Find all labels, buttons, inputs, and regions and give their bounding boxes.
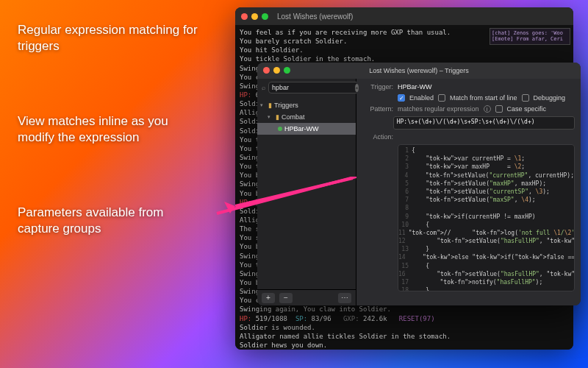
code-line: 2 "tok-kw">var currentHP = \1; [398,155,574,163]
chat-line: [chat] Zenos goes: 'Woo [492,30,568,36]
terminal-line: You hit Soldier. [240,46,569,54]
close-icon[interactable] [241,13,248,20]
disclosure-icon[interactable]: ▾ [268,114,273,120]
triggers-sidebar: ⌕ × ▾ ▮ Triggers ▾ ▮ Combat HPBar-WW [257,79,356,305]
caption-1: Regular expression matching for triggers [18,22,201,54]
code-line: 9 "tok-kw">if(currentHP != maxHP) [398,213,574,221]
search-icon: ⌕ [262,84,265,91]
tree-root-label: Triggers [274,102,298,109]
code-line: 15 { [398,262,574,270]
code-line: 5 "tok-fn">setValue("maxHP", maxHP); [398,180,574,188]
code-line: 16 "tok-fn">setValue("hasFullHP", "tok-k… [398,270,574,278]
info-icon[interactable]: i [484,105,491,113]
trigger-name-label: Trigger: [362,83,393,91]
code-line: 1{ [398,146,574,155]
main-window-titlebar[interactable]: Lost Wishes (werewolf) [235,7,573,25]
match-start-checkbox[interactable] [438,94,445,102]
tree-group[interactable]: ▾ ▮ Combat [257,111,356,123]
debugging-checkbox[interactable] [522,94,529,102]
folder-icon: ▮ [268,102,272,109]
pattern-label: Pattern: [362,105,393,113]
code-line: 10 { [398,221,574,229]
sidebar-bottombar: + − ⋯ [257,289,356,305]
traffic-lights[interactable] [263,67,290,74]
traffic-lights[interactable] [241,13,268,20]
triggers-titlebar[interactable]: Lost Wishes (werewolf) – Triggers [257,63,581,79]
chat-line: [Emote] From afar, Ceri [492,36,568,42]
remove-trigger-button[interactable]: − [279,293,293,303]
main-window-title: Lost Wishes (werewolf) [277,13,353,21]
caption-3: Parameters available from capture groups [18,205,201,237]
terminal-line: Alligator named allie tickles Soldier in… [240,332,569,341]
terminal-line: Soldier hews you down. [240,341,569,350]
add-trigger-button[interactable]: + [262,293,275,303]
enabled-dot-icon [278,127,282,131]
marketing-captions: Regular expression matching for triggers… [18,22,201,238]
pattern-input[interactable] [393,116,575,130]
terminal-line: Soldier is wounded. [240,323,569,332]
chat-overlay: [chat] Zenos goes: 'Woo [Emote] From afa… [490,28,570,45]
triggers-window: Lost Wishes (werewolf) – Triggers ⌕ × ▾ … [257,63,581,305]
action-label: Action: [362,133,393,141]
code-line: 7 "tok-fn">setValue("maxSP", \4); [398,196,574,204]
tree-item-selected[interactable]: HPBar-WW [257,123,356,135]
code-line: 8 [398,204,574,212]
terminal-line: HP: 519/1088 SP: 83/96 GXP: 242.6k RESET… [240,314,569,323]
zoom-icon[interactable] [262,13,268,20]
zoom-icon[interactable] [284,67,290,74]
triggers-tree[interactable]: ▾ ▮ Triggers ▾ ▮ Combat HPBar-WW [257,96,356,289]
code-line: 18 } [398,286,574,291]
close-icon[interactable] [263,67,270,74]
triggers-window-title: Lost Wishes (werewolf) – Triggers [369,67,469,74]
triggers-search-row: ⌕ × [257,79,356,96]
case-checkbox[interactable] [495,105,503,113]
enabled-label: Enabled [409,94,434,102]
minimize-icon[interactable] [251,13,258,20]
caption-2: View matches inline as you modify the ex… [18,113,201,146]
code-line: 12 "tok-fn">setValue("hasFullHP", "tok-k… [398,237,574,245]
code-line: 3 "tok-kw">var maxHP = \2; [398,163,574,171]
trigger-detail-panel: Trigger: HPBar-WW ✓ Enabled Match from s… [356,79,581,305]
match-start-label: Match from start of line [450,94,517,102]
tree-group-label: Combat [282,113,305,121]
sidebar-settings-button[interactable]: ⋯ [338,293,351,303]
tree-item-label: HPBar-WW [284,125,319,132]
debugging-label: Debugging [534,94,566,102]
code-line: 11"tok-com">// "tok-fn">log('not full \1… [398,229,574,237]
enabled-checkbox[interactable]: ✓ [398,94,405,102]
clear-search-icon[interactable]: × [355,84,359,92]
code-line: 13 } [398,245,574,253]
code-line: 17 "tok-fn">notify("hasFullHP"); [398,278,574,286]
triggers-search-input[interactable] [268,82,365,93]
code-line: 6 "tok-fn">setValue("currentSP", \3); [398,188,574,196]
tree-root[interactable]: ▾ ▮ Triggers [257,99,356,111]
disclosure-icon[interactable]: ▾ [260,102,266,108]
case-label: Case specific [507,105,547,113]
minimize-icon[interactable] [273,67,280,74]
code-line: 14 "tok-kw">else "tok-kw">if("tok-kw">fa… [398,253,574,261]
code-line: 4 "tok-fn">setValue("currentHP", current… [398,171,574,180]
action-code-editor[interactable]: 1{2 "tok-kw">var currentHP = \1;3 "tok-k… [398,144,575,291]
folder-icon: ▮ [276,113,279,121]
trigger-name-value: HPBar-WW [398,83,432,91]
terminal-line: Swinging again, You claw into Soldier. [240,305,569,314]
pattern-hint: matches regular expression [398,105,479,113]
